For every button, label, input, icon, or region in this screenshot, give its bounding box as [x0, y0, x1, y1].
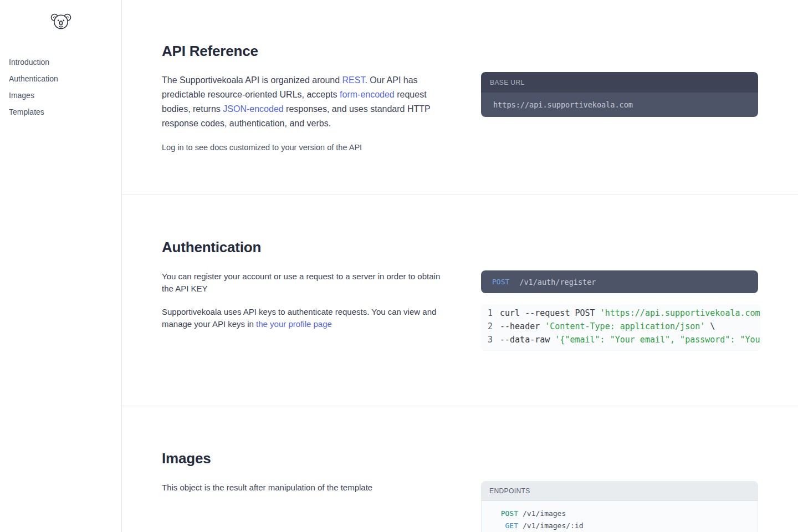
login-note: Log in to see docs customized to your ve… [162, 143, 439, 152]
line-number: 1 [485, 306, 493, 320]
images-prose: Images This object is the result after m… [162, 406, 439, 532]
intro-text: The Supportivekoala API is organized aro… [162, 75, 342, 85]
authentication-title: Authentication [162, 238, 439, 256]
koala-icon [50, 12, 71, 30]
endpoints-card: ENDPOINTS POST/v1/images GET/v1/images/:… [481, 481, 758, 532]
authentication-prose: Authentication You can register your acc… [162, 195, 439, 406]
api-reference-prose: API Reference The Supportivekoala API is… [162, 0, 439, 195]
line-number: 3 [485, 333, 493, 346]
endpoints-label: ENDPOINTS [482, 482, 758, 501]
section-authentication: Authentication You can register your acc… [122, 195, 798, 406]
json-encoded-link[interactable]: JSON-encoded [223, 104, 283, 114]
section-images: Images This object is the result after m… [122, 406, 798, 532]
sidebar-item-authentication[interactable]: Authentication [9, 70, 112, 87]
endpoint-row-get-image[interactable]: GET/v1/images/:id [489, 520, 750, 532]
sidebar-item-introduction[interactable]: Introduction [9, 54, 112, 70]
code-line-3: 3--data-raw '{"email": "Your email", "pa… [485, 333, 760, 346]
base-url-value: https://api.supportivekoala.com [481, 93, 758, 117]
curl-code-block[interactable]: 1curl --request POST 'https://api.suppor… [481, 304, 760, 351]
base-url-label: BASE URL [481, 72, 758, 93]
rest-link[interactable]: REST [342, 75, 365, 85]
code-token-string: 'https://api.supportivekoala.com/v1/auth… [600, 308, 760, 318]
authentication-paragraph-1: You can register your account or use a r… [162, 270, 444, 295]
sidebar-nav: Introduction Authentication Images Templ… [0, 54, 121, 120]
code-line-2: 2--header 'Content-Type: application/jso… [485, 320, 760, 333]
code-token: curl --request POST [500, 308, 600, 318]
endpoint-path: /v1/images [523, 509, 566, 518]
line-number: 2 [485, 320, 493, 333]
base-url-card: BASE URL https://api.supportivekoala.com [481, 72, 758, 117]
section-api-reference: API Reference The Supportivekoala API is… [122, 0, 798, 195]
endpoint-row-post-images[interactable]: POST/v1/images [489, 508, 750, 520]
endpoint-method-get: GET [489, 520, 518, 532]
code-token: --header [500, 321, 545, 331]
endpoints-list: POST/v1/images GET/v1/images/:id [482, 501, 758, 532]
authentication-code-col: POST /v1/auth/register 1curl --request P… [481, 195, 758, 406]
images-paragraph: This object is the result after manipula… [162, 482, 444, 494]
code-line-1: 1curl --request POST 'https://api.suppor… [485, 306, 760, 320]
images-title: Images [162, 449, 439, 467]
code-token-string: '{"email": "Your email", "password": "Yo… [555, 335, 760, 345]
request-path: /v1/auth/register [519, 278, 596, 287]
api-reference-title: API Reference [162, 42, 439, 60]
koala-logo[interactable] [50, 12, 71, 30]
api-reference-code-col: BASE URL https://api.supportivekoala.com [481, 0, 758, 195]
register-request-bar: POST /v1/auth/register [481, 270, 758, 293]
sidebar: Introduction Authentication Images Templ… [0, 0, 122, 532]
images-code-col: ENDPOINTS POST/v1/images GET/v1/images/:… [481, 406, 758, 532]
endpoint-path: /v1/images/:id [523, 521, 584, 530]
code-token: \ [705, 321, 715, 331]
profile-page-link[interactable]: the your profile page [256, 319, 332, 329]
main-content: API Reference The Supportivekoala API is… [122, 0, 798, 532]
api-intro-paragraph: The Supportivekoala API is organized aro… [162, 73, 439, 131]
form-encoded-link[interactable]: form-encoded [340, 90, 395, 99]
request-method-badge: POST [492, 278, 509, 286]
code-token-string: 'Content-Type: application/json' [545, 321, 705, 331]
sidebar-item-templates[interactable]: Templates [9, 104, 112, 120]
authentication-paragraph-2: Supportivekoala uses API keys to authent… [162, 306, 444, 330]
endpoint-method-post: POST [489, 508, 518, 520]
sidebar-item-images[interactable]: Images [9, 87, 112, 104]
code-token: --data-raw [500, 335, 555, 345]
